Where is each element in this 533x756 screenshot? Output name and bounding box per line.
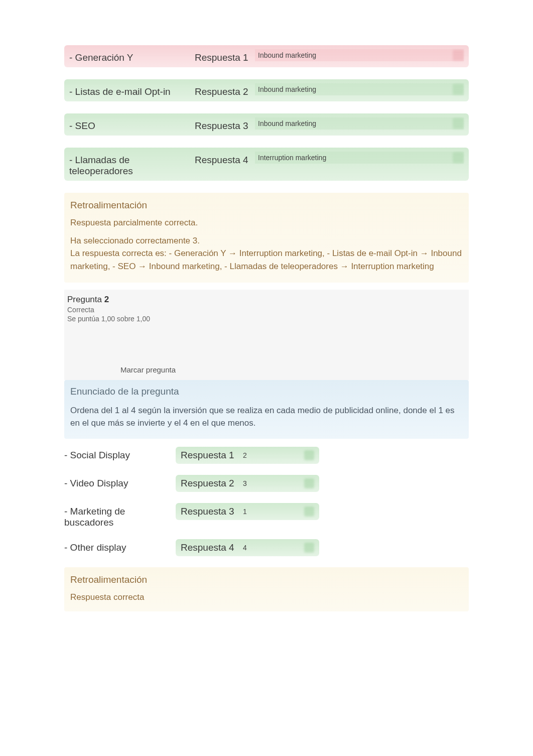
answer-select-value: 3 [241, 479, 304, 487]
feedback-selected-count: Ha seleccionado correctamente 3. [70, 236, 463, 246]
answer-response-wrap: Respuesta 3 1 [176, 503, 319, 520]
question-2-header: Pregunta 2 Correcta Se puntúa 1,00 sobre… [64, 290, 469, 326]
question-flag-zone: Marcar pregunta [64, 326, 469, 380]
answer-response-label: Respuesta 3 [195, 117, 255, 132]
answer-row: - SEO Respuesta 3 Inbound marketing [64, 113, 469, 136]
question-number: Pregunta 2 [67, 295, 466, 305]
answer-response-label: Respuesta 4 [195, 152, 255, 166]
answer-prompt: - Video Display [64, 475, 176, 489]
check-icon [304, 450, 314, 460]
answer-prompt: - Listas de e-mail Opt-in [69, 83, 195, 97]
answer-response-wrap: Respuesta 2 3 [176, 475, 319, 492]
check-icon [304, 478, 314, 488]
answer-select-value: Inbound marketing [258, 117, 450, 130]
answer-response-label: Respuesta 2 [181, 478, 241, 489]
answer-select-value: 2 [241, 451, 304, 459]
answer-row: - Listas de e-mail Opt-in Respuesta 2 In… [64, 79, 469, 101]
question-label: Pregunta [67, 295, 102, 304]
answer-select[interactable]: Interruption marketing [255, 152, 464, 164]
answer-response-wrap: Respuesta 1 2 [176, 447, 319, 464]
answer-select[interactable]: 4 [241, 543, 314, 553]
answer-response-label: Respuesta 1 [195, 49, 255, 63]
feedback-title: Retroalimentación [70, 200, 463, 211]
question-1-answers: - Generación Y Respuesta 1 Inbound marke… [64, 45, 469, 181]
check-icon [453, 152, 464, 163]
answer-prompt: - Generación Y [69, 49, 195, 63]
answer-row: - Other display Respuesta 4 4 [64, 539, 469, 556]
feedback-correct-answer: La respuesta correcta es: - Generación Y… [70, 247, 463, 274]
answer-select-value: Interruption marketing [258, 152, 450, 164]
question-status: Correcta [67, 306, 466, 314]
answer-select[interactable]: Inbound marketing [255, 83, 464, 95]
answer-select[interactable]: 2 [241, 450, 314, 460]
answer-row: - Social Display Respuesta 1 2 [64, 447, 469, 464]
question-statement-title: Enunciado de la pregunta [70, 386, 463, 397]
question-score: Se puntúa 1,00 sobre 1,00 [67, 315, 466, 323]
answer-prompt: - Llamadas de teleoperadores [69, 152, 195, 177]
check-icon [453, 118, 464, 129]
answer-select[interactable]: Inbound marketing [255, 49, 464, 61]
flag-question-link[interactable]: Marcar pregunta [120, 365, 176, 374]
question-2-answers: - Social Display Respuesta 1 2 - Video D… [64, 447, 469, 556]
answer-select-value: Inbound marketing [258, 83, 450, 95]
answer-response-label: Respuesta 4 [181, 542, 241, 553]
check-icon [453, 84, 464, 95]
answer-prompt: - Other display [64, 539, 176, 553]
answer-select[interactable]: 1 [241, 507, 314, 517]
answer-row: - Generación Y Respuesta 1 Inbound marke… [64, 45, 469, 67]
question-statement-box: Enunciado de la pregunta Ordena del 1 al… [64, 380, 469, 439]
feedback-status: Respuesta correcta [70, 592, 463, 602]
feedback-title: Retroalimentación [70, 574, 463, 585]
answer-select-value: 1 [241, 508, 304, 516]
answer-select-value: Inbound marketing [258, 49, 450, 61]
answer-select-value: 4 [241, 544, 304, 552]
answer-prompt: - Marketing de buscadores [64, 503, 176, 528]
question-number-value: 2 [104, 295, 109, 304]
answer-row: - Marketing de buscadores Respuesta 3 1 [64, 503, 469, 528]
cross-icon [453, 50, 464, 61]
answer-select[interactable]: Inbound marketing [255, 117, 464, 130]
feedback-box: Retroalimentación Respuesta parcialmente… [64, 193, 469, 283]
feedback-status: Respuesta parcialmente correcta. [70, 218, 463, 228]
feedback-box: Retroalimentación Respuesta correcta [64, 567, 469, 611]
check-icon [304, 507, 314, 517]
answer-row: - Video Display Respuesta 2 3 [64, 475, 469, 492]
check-icon [304, 543, 314, 553]
answer-row: - Llamadas de teleoperadores Respuesta 4… [64, 148, 469, 181]
answer-response-wrap: Respuesta 4 4 [176, 539, 319, 556]
answer-response-label: Respuesta 2 [195, 83, 255, 97]
answer-response-label: Respuesta 1 [181, 450, 241, 461]
answer-select[interactable]: 3 [241, 478, 314, 488]
answer-prompt: - SEO [69, 117, 195, 132]
answer-prompt: - Social Display [64, 447, 176, 461]
question-statement-text: Ordena del 1 al 4 según la inversión que… [70, 404, 463, 430]
answer-response-label: Respuesta 3 [181, 506, 241, 517]
